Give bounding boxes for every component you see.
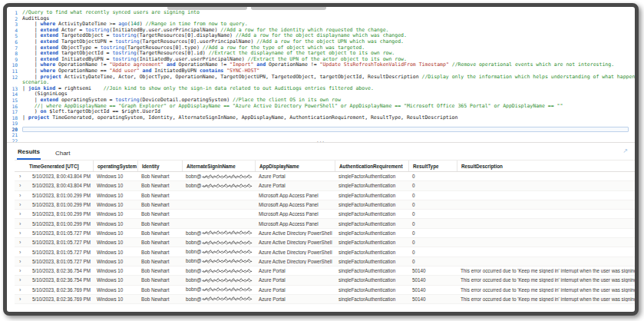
code-line[interactable]: 16 //| where AppDisplayName == "Graph Ex…	[7, 104, 635, 110]
cell-result-type: 0	[408, 230, 457, 236]
code-line[interactable]: 8 | extend targetObjectId = tostring(Tar…	[7, 51, 635, 57]
table-row[interactable]: ›5/10/2023, 8:02:36.769 PMWindows 10Bob …	[15, 295, 635, 304]
row-expand-chevron-icon[interactable]: ›	[15, 183, 28, 188]
code-line[interactable]: 3 | where ActivityDateTime >= ago(14d) /…	[7, 22, 635, 28]
column-header-alternatesigninname[interactable]: AlternateSignInName	[182, 160, 255, 171]
table-row[interactable]: ›5/10/2023, 8:00:43.804 PMWindows 10Bob …	[15, 181, 635, 190]
column-header-identity[interactable]: Identity	[137, 160, 182, 171]
code-line[interactable]: 2AuditLogs	[7, 16, 635, 22]
alternate-name-prefix: bobn@	[186, 277, 201, 283]
code-token: extend	[40, 28, 58, 33]
cell-app-display-name: Azure Portal	[255, 296, 335, 302]
row-expand-chevron-icon[interactable]: ›	[15, 268, 28, 273]
table-row[interactable]: ›5/10/2023, 8:01:05.727 PMWindows 10Bob …	[15, 247, 635, 256]
column-header-resulttype[interactable]: ResultType	[408, 160, 457, 171]
redacted-scribble	[202, 250, 253, 255]
row-expand-chevron-icon[interactable]: ›	[15, 202, 28, 207]
code-token: (TargetResources[0].userPrincipalName)	[140, 39, 257, 45]
code-line[interactable]: 6 | extend TargetObjectUPN = tostring(Ta…	[7, 39, 635, 45]
code-line[interactable]: 4 | extend Actor = tostring(InitiatedBy.…	[7, 28, 635, 34]
cell-authentication-requirement: singleFactorAuthentication	[335, 174, 408, 179]
cell-alternate-sign-in-name: bobn@	[182, 277, 255, 283]
column-header-operatingsystem[interactable]: operatingSystem	[93, 160, 137, 171]
code-line[interactable]: 12 | project ActivityDateTime, Actor, Ob…	[7, 74, 635, 81]
code-token: //Join kind to show only the sign-in dat…	[104, 86, 374, 91]
table-row[interactable]: ›5/10/2023, 8:00:43.804 PMWindows 10Bob …	[15, 172, 635, 181]
table-row[interactable]: ›5/10/2023, 8:01:00.299 PMWindows 10Bob …	[15, 219, 635, 228]
alternate-name-prefix: bobn@	[186, 240, 201, 245]
code-token: OperationName ==	[55, 68, 109, 74]
code-line[interactable]: scenario.	[7, 80, 635, 86]
code-line-current[interactable]: 20	[7, 127, 635, 133]
code-line[interactable]: 7 | extend ObjectType = tostring(TargetR…	[7, 45, 635, 51]
code-token: InitiatedByUPN	[151, 68, 200, 74]
code-line[interactable]: 21	[7, 132, 635, 138]
cell-app-display-name: Azure Portal	[255, 287, 335, 293]
code-text: //Query to find what recently synced use…	[22, 10, 635, 16]
code-token: 14d	[130, 22, 140, 27]
cell-time-generated: 5/10/2023, 8:01:05.727 PM	[28, 250, 93, 255]
column-header-resultdescription[interactable]: ResultDescription	[457, 160, 635, 171]
row-expand-chevron-icon[interactable]: ›	[15, 221, 28, 227]
code-token: and	[143, 68, 152, 74]
column-header-timegenerated-utc-[interactable]: TimeGenerated [UTC]	[28, 160, 93, 171]
row-expand-chevron-icon[interactable]: ›	[15, 259, 28, 264]
code-line[interactable]: 5 | extend TargetedObject = tostring(Tar…	[7, 33, 635, 39]
row-expand-chevron-icon[interactable]: ›	[15, 230, 28, 236]
row-expand-chevron-icon[interactable]: ›	[15, 277, 28, 283]
code-token: |	[22, 45, 40, 51]
expand-icon[interactable]: ↗	[623, 147, 628, 154]
code-line[interactable]: 18| project TimeGenerated, operatingSyst…	[7, 115, 635, 121]
code-token: TimeGenerated, operatingSystem, Identity…	[49, 115, 457, 121]
code-line[interactable]: 13| join kind = rightsemi //Join kind to…	[7, 86, 635, 92]
cell-app-display-name: Azure Active Directory PowerShell	[255, 259, 335, 264]
column-header-appdisplayname[interactable]: AppDisplayName	[255, 160, 335, 171]
code-line[interactable]: 15 | extend operatingSystem = tostring(D…	[7, 98, 635, 104]
code-token: |	[22, 51, 40, 56]
cell-result-type: 0	[408, 193, 457, 198]
code-line[interactable]: 1//Query to find what recently synced us…	[7, 10, 635, 16]
table-row[interactable]: ›5/10/2023, 8:01:05.727 PMWindows 10Bob …	[15, 238, 635, 247]
table-row[interactable]: ›5/10/2023, 8:01:05.727 PMWindows 10Bob …	[15, 229, 635, 238]
code-token: InitiatedByUPN =	[58, 57, 112, 62]
code-text: | where OperationName != "Update agreeme…	[22, 62, 635, 68]
code-line[interactable]: 17 ) on $left.targetObjectId == $right.U…	[7, 109, 635, 115]
cell-result-description: This error occurred due to 'Keep me sign…	[457, 287, 635, 293]
table-row[interactable]: ›5/10/2023, 8:02:36.754 PMWindows 10Bob …	[15, 266, 635, 276]
code-line[interactable]: 10 | where OperationName != "Update agre…	[7, 62, 635, 68]
code-line[interactable]: 14 (SigninLogs	[7, 91, 635, 98]
cell-time-generated: 5/10/2023, 8:01:05.727 PM	[28, 240, 93, 245]
row-expand-chevron-icon[interactable]: ›	[15, 240, 28, 245]
row-expand-chevron-icon[interactable]: ›	[15, 193, 28, 198]
kql-query-editor[interactable]: 1//Query to find what recently synced us…	[7, 7, 635, 142]
table-row[interactable]: ›5/10/2023, 8:02:36.754 PMWindows 10Bob …	[15, 276, 635, 285]
code-line[interactable]: 9 | extend InitiatedByUPN = tostring(Ini…	[7, 57, 635, 63]
cell-time-generated: 5/10/2023, 8:01:00.299 PM	[28, 202, 93, 207]
line-number: 13	[7, 86, 22, 92]
code-token: tostring	[112, 33, 136, 38]
row-expand-chevron-icon[interactable]: ›	[15, 250, 28, 255]
row-expand-chevron-icon[interactable]: ›	[15, 296, 28, 302]
code-token: //Add a row for the identity which reque…	[220, 28, 388, 33]
cell-authentication-requirement: singleFactorAuthentication	[335, 259, 408, 264]
log-analytics-window: 1//Query to find what recently synced us…	[3, 3, 639, 316]
table-row[interactable]: ›5/10/2023, 8:02:36.769 PMWindows 10Bob …	[15, 286, 635, 295]
code-token: OperationName !=	[55, 62, 109, 68]
table-row[interactable]: ›5/10/2023, 8:01:05.727 PMWindows 10Bob …	[15, 257, 635, 266]
row-expand-chevron-icon[interactable]: ›	[15, 211, 28, 217]
code-text	[22, 132, 635, 138]
column-header-authenticationrequirement[interactable]: AuthenticationRequirement	[335, 160, 408, 171]
code-token: //Place the client OS in its own row	[233, 98, 341, 103]
table-row[interactable]: ›5/10/2023, 8:01:00.299 PMWindows 10Bob …	[15, 191, 635, 200]
tab-chart[interactable]: Chart	[54, 147, 71, 160]
code-token: "Update agreement"	[110, 62, 163, 68]
table-row[interactable]: ›5/10/2023, 8:01:00.299 PMWindows 10Bob …	[15, 200, 635, 210]
row-expand-chevron-icon[interactable]: ›	[15, 287, 28, 293]
code-line[interactable]: 19	[7, 121, 635, 127]
code-line[interactable]: 11 | where OperationName == "Add user" a…	[7, 68, 635, 74]
table-row[interactable]: ›5/10/2023, 8:01:00.299 PMWindows 10Bob …	[15, 210, 635, 219]
row-expand-chevron-icon[interactable]: ›	[15, 174, 28, 179]
tab-results[interactable]: Results	[17, 146, 41, 160]
cell-authentication-requirement: singleFactorAuthentication	[335, 221, 408, 227]
code-text: //| where AppDisplayName == "Graph Explo…	[22, 104, 635, 110]
